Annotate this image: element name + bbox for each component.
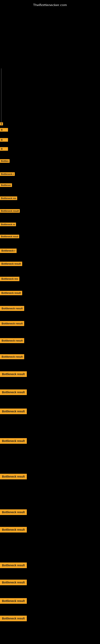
- bottleneck-label: Bottleneck result: [0, 354, 24, 359]
- bottleneck-label: Bottleneck result: [0, 509, 27, 515]
- list-item: Bottleneck result: [0, 321, 24, 326]
- bottleneck-label: Bottleneck result: [0, 262, 22, 266]
- bottleneck-label: Bottleneck resul: [0, 235, 19, 238]
- list-item: Bottleneck result: [0, 527, 27, 532]
- bottleneck-label: Bottleneck result: [0, 408, 27, 414]
- list-item: Bottleneck result: [0, 474, 27, 480]
- list-item: Bottleneck result: [0, 580, 27, 585]
- list-item: Bottleneck result: [0, 306, 24, 311]
- bottleneck-label: Bottlen: [0, 159, 10, 163]
- list-item: Bottleneck result: [0, 262, 22, 266]
- bottleneck-label: Bottleneck result: [0, 580, 27, 585]
- list-item: Bottleneck result: [0, 438, 27, 444]
- page-container: TheBottlenecker.com E BBBBottlenBottlene…: [0, 0, 100, 644]
- list-item: Bottlenec: [0, 183, 12, 187]
- bottleneck-label: Bottleneck result: [0, 390, 27, 395]
- bottleneck-label: B: [0, 128, 8, 132]
- list-item: B: [0, 147, 8, 151]
- bottleneck-label: Bottleneck result: [0, 598, 27, 604]
- list-item: Bottleneck result: [0, 338, 24, 343]
- bottleneck-label: Bottleneck res: [0, 277, 19, 281]
- list-item: Bottleneck result: [0, 616, 27, 621]
- list-item: Bottleneck re: [0, 222, 16, 226]
- list-item: Bottleneck result: [0, 408, 27, 414]
- label-e: E: [0, 122, 3, 126]
- bottleneck-label: Bottleneck result: [0, 321, 24, 326]
- list-item: Bottleneck result: [0, 371, 27, 377]
- list-item: B: [0, 128, 8, 132]
- list-item: Bottlen: [0, 159, 10, 163]
- bottleneck-label: Bottleneck result: [0, 562, 27, 568]
- bottleneck-label: Bottleneck re: [0, 222, 16, 226]
- list-item: Bottleneck res: [0, 196, 17, 200]
- list-item: Bottleneck result: [0, 209, 20, 213]
- list-item: Bottleneck resul: [0, 234, 19, 238]
- list-item: Bottleneck res: [0, 277, 19, 281]
- list-item: Bottleneck result: [0, 354, 24, 359]
- bottleneck-label: Bottleneck result: [0, 616, 27, 621]
- list-item: Bottleneck result: [0, 509, 27, 515]
- list-item: Bottleneck result: [0, 291, 22, 295]
- bottleneck-label: Bottleneck result: [0, 291, 22, 295]
- bottleneck-label: B: [0, 138, 8, 142]
- list-item: Bottleneck r: [0, 248, 17, 253]
- bottleneck-label: Bottleneck result: [0, 209, 20, 213]
- bottleneck-label: Bottleneck r: [0, 248, 17, 253]
- list-item: Bottleneck result: [0, 390, 27, 395]
- bottleneck-label: Bottleneck result: [0, 438, 27, 444]
- bottleneck-label: Bottleneck res: [0, 196, 17, 200]
- bottleneck-label: Bottleneck result: [0, 306, 24, 311]
- bottleneck-label: B: [0, 147, 8, 151]
- bottleneck-label: Bottlenec: [0, 183, 12, 187]
- list-item: Bottleneck result: [0, 562, 27, 568]
- bottleneck-label: Bottleneck result: [0, 338, 24, 343]
- list-item: Bottleneck result: [0, 598, 27, 604]
- list-item: B: [0, 138, 8, 142]
- bottleneck-label: Bottleneck result: [0, 371, 27, 377]
- chart-area: [2, 6, 96, 66]
- bottleneck-label: Bottleneck result: [0, 527, 27, 532]
- bottleneck-label: Bottleneck r: [0, 172, 15, 176]
- bottleneck-label: Bottleneck result: [0, 474, 27, 480]
- list-item: Bottleneck r: [0, 172, 15, 176]
- y-axis: [1, 68, 1, 125]
